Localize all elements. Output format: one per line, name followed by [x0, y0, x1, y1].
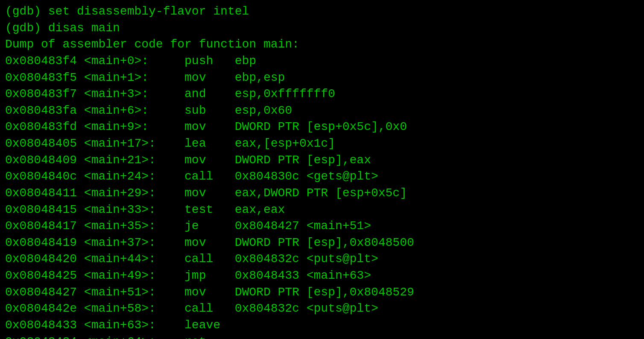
terminal-line: 0x08048415 <main+33>: test eax,eax: [5, 202, 639, 218]
terminal-line: 0x08048434 <main+64>: ret: [5, 334, 639, 339]
terminal-line: 0x08048405 <main+17>: lea eax,[esp+0x1c]: [5, 136, 639, 152]
terminal-line: 0x08048409 <main+21>: mov DWORD PTR [esp…: [5, 152, 639, 169]
terminal-line: 0x08048411 <main+29>: mov eax,DWORD PTR …: [5, 185, 639, 202]
terminal-line: 0x080483f5 <main+1>: mov ebp,esp: [5, 70, 639, 86]
terminal-line: 0x08048419 <main+37>: mov DWORD PTR [esp…: [5, 235, 639, 251]
terminal-line: 0x080483fd <main+9>: mov DWORD PTR [esp+…: [5, 119, 639, 136]
terminal-line: (gdb) set disassembly-flavor intel: [5, 3, 639, 20]
terminal-line: 0x08048420 <main+44>: call 0x804832c <pu…: [5, 251, 639, 268]
terminal-line: 0x08048427 <main+51>: mov DWORD PTR [esp…: [5, 284, 639, 301]
terminal-line: 0x08048425 <main+49>: jmp 0x8048433 <mai…: [5, 268, 639, 284]
terminal-container: (gdb) set disassembly-flavor intel(gdb) …: [5, 3, 639, 339]
terminal-line: 0x0804840c <main+24>: call 0x804830c <ge…: [5, 168, 639, 185]
terminal-line: 0x08048417 <main+35>: je 0x8048427 <main…: [5, 218, 639, 235]
terminal-line: 0x080483f4 <main+0>: push ebp: [5, 53, 639, 70]
terminal-line: 0x08048433 <main+63>: leave: [5, 317, 639, 334]
terminal-line: 0x080483f7 <main+3>: and esp,0xfffffff0: [5, 86, 639, 103]
terminal-line: 0x0804842e <main+58>: call 0x804832c <pu…: [5, 301, 639, 317]
terminal-line: Dump of assembler code for function main…: [5, 36, 639, 53]
terminal-line: 0x080483fa <main+6>: sub esp,0x60: [5, 103, 639, 119]
terminal-line: (gdb) disas main: [5, 20, 639, 37]
